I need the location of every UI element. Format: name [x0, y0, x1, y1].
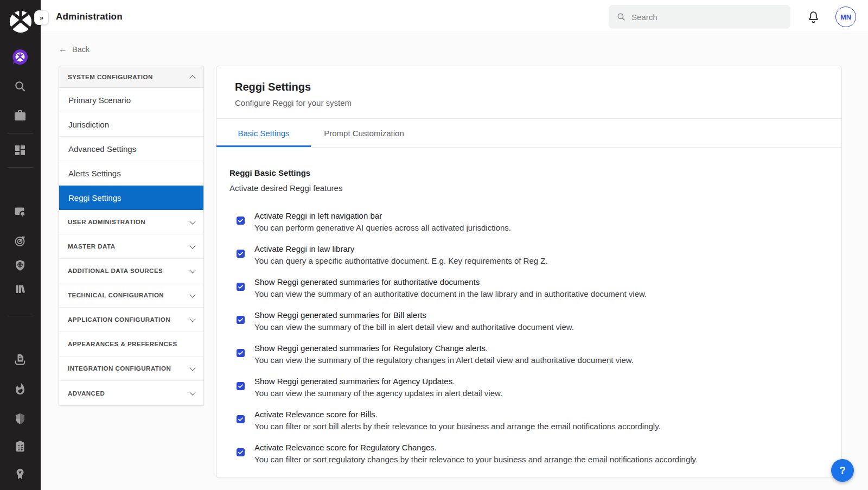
back-button[interactable]: ← Back	[59, 45, 90, 54]
library-books-icon[interactable]	[14, 282, 27, 295]
flame-icon[interactable]	[14, 383, 27, 396]
setting-row: Activate Relevance score for Bills. You …	[229, 409, 828, 432]
nav-section-integration-configuration[interactable]: INTEGRATION CONFIGURATION	[59, 357, 203, 381]
settings-list: Activate Reggi in left navigation bar Yo…	[229, 210, 828, 465]
setting-row: Show Reggi generated summaries for Regul…	[229, 342, 828, 366]
nav-item-label: Jurisdiction	[68, 120, 109, 129]
setting-title: Activate Reggi in law library	[254, 243, 548, 255]
setting-text: Activate Relevance score for Regulatory …	[254, 442, 698, 465]
nav-item-advanced-settings[interactable]: Advanced Settings	[59, 137, 203, 161]
sidebar-expand-button[interactable]: »	[34, 10, 49, 25]
nav-section-system-configuration[interactable]: SYSTEM CONFIGURATION	[59, 66, 203, 88]
nav-section-application-configuration[interactable]: APPLICATION CONFIGURATION	[59, 308, 203, 332]
nav-section-label: ADVANCED	[68, 390, 105, 397]
nav-section-master-data[interactable]: MASTER DATA	[59, 234, 203, 259]
checkbox-checked-icon[interactable]	[237, 283, 245, 291]
nav-item-label: Advanced Settings	[68, 144, 136, 154]
search-icon	[616, 12, 626, 22]
nav-item-jurisdiction[interactable]: Jurisdiction	[59, 112, 203, 137]
nav-item-alerts-settings[interactable]: Alerts Settings	[59, 161, 203, 186]
chevron-down-icon	[189, 389, 195, 395]
setting-title: Show Reggi generated summaries for autho…	[254, 276, 647, 288]
setting-title: Activate Relevance score for Regulatory …	[254, 442, 698, 454]
checkbox-checked-icon[interactable]	[237, 316, 245, 324]
search-input[interactable]	[631, 12, 783, 22]
card-subtitle: Configure Reggi for your system	[235, 98, 823, 107]
setting-title: Show Reggi generated summaries for Agenc…	[254, 376, 502, 387]
page-title: Administration	[56, 11, 123, 22]
setting-text: Show Reggi generated summaries for Agenc…	[254, 376, 502, 399]
setting-row: Show Reggi generated summaries for Agenc…	[229, 376, 828, 399]
card-title: Reggi Settings	[235, 81, 823, 93]
basic-settings-panel: Reggi Basic Settings Activate desired Re…	[216, 148, 841, 465]
setting-row: Show Reggi generated summaries for Bill …	[229, 309, 828, 333]
target-icon[interactable]	[14, 234, 27, 247]
nav-section-user-administration[interactable]: USER ADMINISTRATION	[59, 210, 203, 234]
setting-description: You can query a specific authoritative d…	[254, 255, 548, 267]
shield-globe-icon[interactable]	[14, 259, 27, 272]
checkbox-checked-icon[interactable]	[237, 349, 245, 357]
tab-basic-settings[interactable]: Basic Settings	[216, 119, 311, 147]
nav-item-label: Primary Scenario	[68, 96, 131, 105]
chevron-down-icon	[189, 218, 195, 224]
setting-row: Activate Reggi in law library You can qu…	[229, 243, 828, 266]
chevron-down-icon	[189, 316, 195, 322]
sidebar-divider	[8, 133, 33, 133]
nav-section-additional-data-sources[interactable]: ADDITIONAL DATA SOURCES	[59, 259, 203, 283]
back-arrow-icon: ←	[59, 45, 67, 54]
nav-section-technical-configuration[interactable]: TECHNICAL CONFIGURATION	[59, 283, 203, 308]
settings-nav-panel: SYSTEM CONFIGURATION Primary Scenario Ju…	[59, 66, 204, 406]
global-search[interactable]	[609, 5, 790, 29]
clipboard-check-icon[interactable]	[14, 440, 27, 453]
setting-title: Show Reggi generated summaries for Regul…	[254, 342, 634, 354]
nav-section-label: INTEGRATION CONFIGURATION	[68, 365, 171, 372]
reggi-chat-icon[interactable]	[11, 48, 29, 66]
nav-section-label: USER ADMINISTRATION	[68, 219, 145, 225]
setting-description: You can view the summary of the bill in …	[254, 321, 574, 333]
notifications-bell-icon[interactable]	[807, 10, 820, 24]
help-button[interactable]: ?	[831, 459, 854, 482]
search-icon[interactable]	[14, 80, 27, 93]
nav-item-reggi-settings[interactable]: Reggi Settings	[59, 186, 203, 210]
setting-row: Show Reggi generated summaries for autho…	[229, 276, 828, 300]
checkbox-checked-icon[interactable]	[237, 217, 245, 225]
nav-section-label: APPLICATION CONFIGURATION	[68, 316, 170, 323]
setting-description: You can view the summary of the regulato…	[254, 354, 634, 366]
briefcase-icon[interactable]	[14, 109, 27, 122]
dashboard-icon[interactable]	[14, 144, 27, 157]
chevron-down-icon	[189, 291, 195, 297]
setting-row: Activate Relevance score for Regulatory …	[229, 442, 828, 465]
nav-section-advanced[interactable]: ADVANCED	[59, 381, 203, 405]
sidebar-divider	[8, 316, 33, 316]
setting-text: Show Reggi generated summaries for autho…	[254, 276, 647, 300]
chevron-down-icon	[189, 365, 195, 371]
avatar[interactable]: MN	[835, 7, 856, 27]
checkbox-checked-icon[interactable]	[237, 448, 245, 456]
tab-prompt-customization[interactable]: Prompt Customization	[311, 119, 417, 147]
nav-item-label: Reggi Settings	[68, 193, 122, 202]
setting-description: You can filter or sort regulatory change…	[254, 454, 698, 466]
award-ribbon-icon[interactable]	[14, 467, 27, 480]
alerts-card-icon[interactable]	[14, 205, 27, 218]
tab-bar: Basic Settings Prompt Customization	[216, 119, 841, 148]
sidebar-divider	[8, 167, 33, 168]
brand-logo[interactable]	[8, 9, 33, 34]
section-subtitle: Activate desired Reggi features	[229, 182, 828, 194]
checkbox-checked-icon[interactable]	[237, 250, 245, 258]
nav-section-label: ADDITIONAL DATA SOURCES	[68, 268, 163, 274]
chevron-up-icon	[189, 75, 195, 81]
checkbox-checked-icon[interactable]	[237, 415, 245, 423]
document-tray-icon[interactable]	[14, 353, 27, 366]
setting-title: Activate Reggi in left navigation bar	[254, 210, 511, 222]
topbar: Administration MN	[41, 0, 868, 34]
nav-section-appearances-preferences[interactable]: APPEARANCES & PREFERENCES	[59, 332, 203, 357]
nav-section-label: APPEARANCES & PREFERENCES	[68, 341, 177, 347]
checkbox-checked-icon[interactable]	[237, 382, 245, 390]
setting-description: You can filter or sort bill alerts by th…	[254, 421, 661, 432]
nav-item-primary-scenario[interactable]: Primary Scenario	[59, 88, 203, 112]
setting-text: Show Reggi generated summaries for Regul…	[254, 342, 634, 366]
back-label: Back	[72, 45, 90, 54]
card-header: Reggi Settings Configure Reggi for your …	[216, 66, 841, 119]
shield-icon[interactable]	[14, 412, 27, 425]
setting-row: Activate Reggi in left navigation bar Yo…	[229, 210, 828, 233]
